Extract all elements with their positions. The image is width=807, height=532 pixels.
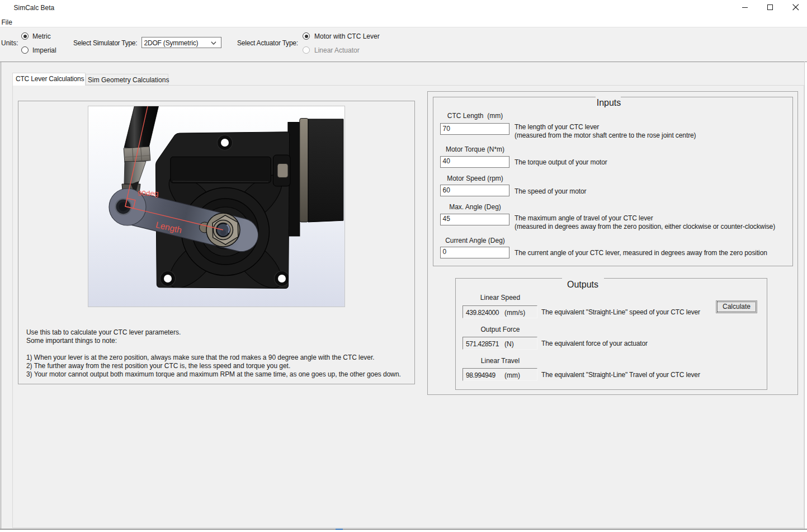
- svg-text:90deg: 90deg: [138, 189, 159, 197]
